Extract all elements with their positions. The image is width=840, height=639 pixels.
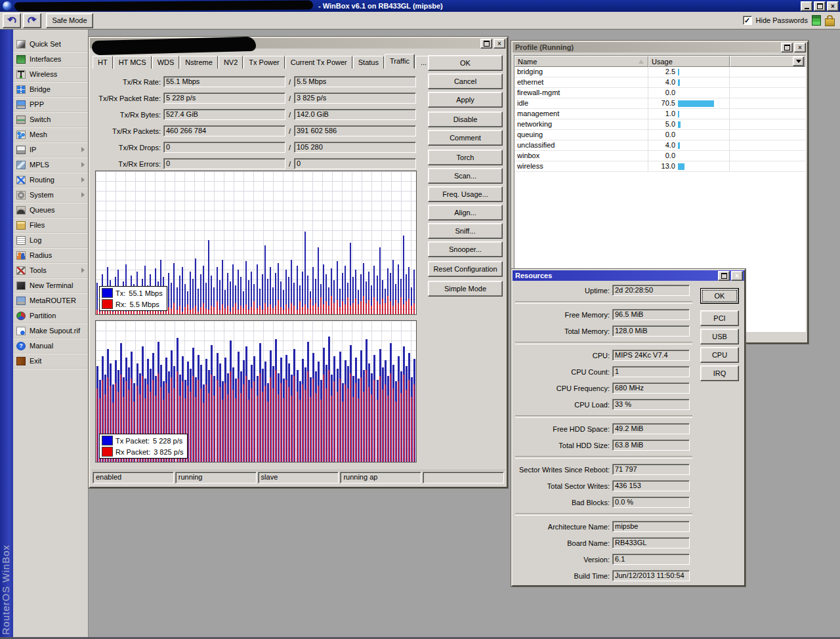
torch-button[interactable]: Torch [428,150,503,165]
sidebar-item-metarouter[interactable]: MetaROUTER [13,293,88,308]
profile-row-firewall-mgmt[interactable]: firewall-mgmt0.0 [514,88,805,98]
profile-row-wireless[interactable]: wireless13.0 [514,161,805,172]
minimize-button[interactable] [801,1,812,11]
sidebar-item-partition[interactable]: Partition [13,308,88,323]
undo-button[interactable] [3,13,21,28]
tab-ht-mcs[interactable]: HT MCS [114,56,152,69]
sidebar-item-mpls[interactable]: MPLS [13,157,88,173]
resource-value-uptime[interactable]: 2d 20:28:50 [612,285,690,296]
resource-value-build-time[interactable]: Jun/12/2013 11:50:54 [612,570,690,581]
restore-button[interactable] [814,1,826,11]
tx-value-field[interactable]: 527.4 GiB [163,109,285,120]
sidebar-item-new-terminal[interactable]: New Terminal [13,278,88,293]
tab-wds[interactable]: WDS [152,56,180,69]
reset-configuration-button[interactable]: Reset Configuration [428,261,503,277]
resource-value-free-memory[interactable]: 96.5 MiB [612,309,690,320]
resource-value-free-hdd-space[interactable]: 49.2 MiB [612,423,690,434]
apply-button[interactable]: Apply [428,92,503,108]
sidebar-item-tools[interactable]: Tools [13,263,88,278]
sidebar-item-make-supout-rif[interactable]: Make Supout.rif [13,323,88,339]
sidebar-item-system[interactable]: System [13,188,88,203]
profile-row-bridging[interactable]: bridging2.5 [514,67,805,77]
tab-current-tx-power[interactable]: Current Tx Power [285,56,352,69]
sidebar-item-switch[interactable]: Switch [13,112,88,127]
cpu-button[interactable]: CPU [700,347,739,363]
column-header-usage[interactable]: Usage [648,56,730,67]
resource-value-total-sector-writes[interactable]: 436 153 [612,480,690,491]
resource-value-architecture-name[interactable]: mipsbe [612,521,690,532]
resource-value-bad-blocks[interactable]: 0.0 % [612,497,690,508]
tab-ht[interactable]: HT [93,56,113,69]
dialog-close-button[interactable]: × [494,39,505,49]
sidebar-item-ppp[interactable]: PPP [13,97,88,112]
comment-button[interactable]: Comment [428,130,503,146]
sidebar-item-quick-set[interactable]: Quick Set [13,37,88,52]
tx-value-field[interactable]: 5 228 p/s [163,93,285,104]
sidebar-item-manual[interactable]: Manual [13,339,88,354]
profile-restore-button[interactable] [781,43,793,52]
sidebar-item-interfaces[interactable]: Interfaces [13,52,88,67]
sidebar-item-queues[interactable]: Queues [13,203,88,218]
usb-button[interactable]: USB [700,329,739,344]
resources-restore-button[interactable] [718,271,730,281]
profile-row-ethernet[interactable]: ethernet4.0 [514,77,805,88]
close-button[interactable]: × [827,1,839,11]
sidebar-item-radius[interactable]: Radius [13,248,88,263]
resource-value-total-hdd-size[interactable]: 63.8 MiB [612,440,690,451]
resource-value-total-memory[interactable]: 128.0 MiB [612,325,690,337]
irq-button[interactable]: IRQ [700,365,739,381]
profile-row-management[interactable]: management1.0 [514,109,805,119]
profile-row-winbox[interactable]: winbox0.0 [514,151,805,161]
tab-status[interactable]: Status [353,56,384,69]
ok-button[interactable]: OK [428,55,503,71]
tx-value-field[interactable]: 55.1 Mbps [163,76,285,87]
sniff-button[interactable]: Sniff... [428,223,503,239]
redo-button[interactable] [23,13,41,28]
simple-mode-button[interactable]: Simple Mode [428,281,503,297]
hide-passwords-checkbox[interactable]: ✓ [743,16,752,25]
tx-value-field[interactable]: 460 266 784 [163,125,285,136]
sidebar-item-routing[interactable]: Routing [13,173,88,188]
safe-mode-button[interactable]: Safe Mode [46,13,93,28]
tx-value-field[interactable]: 0 [163,158,285,169]
disable-button[interactable]: Disable [428,112,503,127]
column-dropdown-button[interactable] [793,56,804,66]
rx-value-field[interactable]: 142.0 GiB [294,109,416,120]
freq-usage-button[interactable]: Freq. Usage... [428,186,503,202]
pci-button[interactable]: PCI [700,310,739,326]
cancel-button[interactable]: Cancel [428,73,503,89]
tab-traffic[interactable]: Traffic [385,54,415,69]
resource-value-cpu-frequency[interactable]: 680 MHz [612,382,690,394]
align-button[interactable]: Align... [428,205,503,220]
resources-close-button[interactable]: × [731,271,743,281]
sidebar-item-wireless[interactable]: Wireless [13,67,88,82]
sidebar-item-files[interactable]: Files [13,218,88,233]
rx-value-field[interactable]: 391 602 586 [294,125,416,136]
profile-close-button[interactable]: × [794,43,806,52]
resource-value-sector-writes-since-reboot[interactable]: 71 797 [612,464,690,475]
rx-value-field[interactable]: 105 280 [294,142,416,153]
sidebar-item-ip[interactable]: IP [13,142,88,157]
sidebar-item-exit[interactable]: Exit [13,354,88,369]
resource-value-cpu[interactable]: MIPS 24Kc V7.4 [612,350,690,361]
resource-value-cpu-count[interactable]: 1 [612,366,690,377]
profile-row-networking[interactable]: networking5.0 [514,119,805,130]
rx-value-field[interactable]: 5.5 Mbps [294,76,416,87]
tab-nv2[interactable]: NV2 [219,56,243,69]
tab-nstreme[interactable]: Nstreme [180,56,218,69]
profile-row-queuing[interactable]: queuing0.0 [514,130,805,140]
column-header-name[interactable]: Name [514,56,648,67]
tab-tx-power[interactable]: Tx Power [243,56,284,69]
tx-value-field[interactable]: 0 [163,142,285,153]
dialog-restore-button[interactable] [480,39,492,49]
sidebar-item-log[interactable]: Log [13,233,88,248]
profile-row-idle[interactable]: idle70.5 [514,98,805,109]
resource-value-board-name[interactable]: RB433GL [612,537,690,548]
rx-value-field[interactable]: 0 [294,158,416,169]
resource-value-cpu-load[interactable]: 33 % [612,399,690,410]
rx-value-field[interactable]: 3 825 p/s [294,93,416,104]
sidebar-item-bridge[interactable]: Bridge [13,82,88,97]
snooper-button[interactable]: Snooper... [428,241,503,257]
sidebar-item-mesh[interactable]: Mesh [13,127,88,142]
scan-button[interactable]: Scan... [428,168,503,184]
